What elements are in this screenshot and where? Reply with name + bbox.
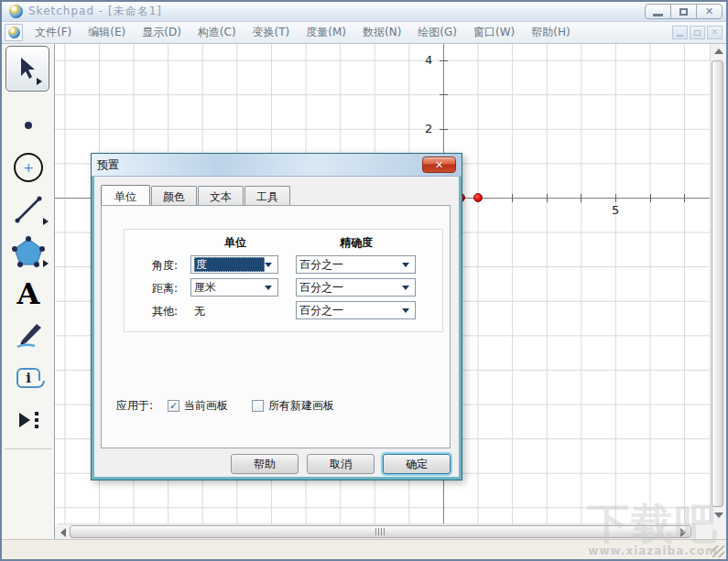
all-new-sketches-checkbox[interactable] bbox=[252, 400, 264, 412]
polygon-tool[interactable] bbox=[2, 231, 55, 273]
checkmark-icon: ✓ bbox=[169, 401, 178, 411]
menu-edit[interactable]: 编辑(E) bbox=[80, 22, 134, 43]
y-axis-tick bbox=[440, 129, 448, 130]
polygon-icon bbox=[12, 235, 45, 268]
precision-column-header: 精确度 bbox=[297, 235, 416, 251]
unit-point[interactable] bbox=[473, 193, 483, 202]
preferences-dialog: 预置 ✕ 单位 颜色 文本 工具 单位 精确度 角度: 度 bbox=[91, 153, 462, 480]
compass-tool[interactable]: + bbox=[2, 146, 55, 189]
dropdown-arrow-icon bbox=[265, 286, 272, 290]
minimize-button[interactable] bbox=[645, 4, 671, 19]
x-axis-tick bbox=[581, 194, 581, 202]
ok-button[interactable]: 确定 bbox=[383, 454, 451, 474]
status-bar bbox=[2, 539, 726, 559]
tool-flyout-icon bbox=[43, 260, 49, 267]
distance-unit-dropdown[interactable]: 厘米 bbox=[190, 278, 278, 297]
mdi-minimize-button[interactable] bbox=[672, 26, 688, 39]
unit-column-header: 单位 bbox=[176, 235, 295, 251]
all-new-sketches-label: 所有新建画板 bbox=[268, 398, 334, 414]
mdi-restore-button[interactable] bbox=[690, 26, 705, 39]
horizontal-scrollbar-thumb[interactable] bbox=[70, 525, 691, 538]
dialog-title-bar[interactable]: 预置 ✕ bbox=[92, 154, 462, 177]
cancel-button[interactable]: 取消 bbox=[307, 454, 375, 474]
custom-tool[interactable] bbox=[2, 399, 55, 441]
x-axis-tick bbox=[650, 194, 651, 202]
scroll-right-icon[interactable] bbox=[680, 528, 686, 537]
angle-row-label: 角度: bbox=[139, 258, 178, 274]
text-tool-icon: A bbox=[17, 276, 40, 311]
y-axis-label-2: 2 bbox=[425, 122, 432, 135]
mdi-restore-icon bbox=[694, 30, 701, 36]
angle-precision-dropdown[interactable]: 百分之一 bbox=[296, 255, 416, 274]
all-new-sketches-option[interactable]: 所有新建画板 bbox=[252, 398, 334, 414]
y-axis-tick bbox=[440, 94, 448, 95]
menu-help[interactable]: 帮助(H) bbox=[523, 22, 578, 43]
y-axis-tick bbox=[440, 60, 448, 61]
point-tool[interactable] bbox=[2, 104, 55, 146]
toolbox: + A bbox=[2, 44, 55, 539]
angle-unit-dropdown[interactable]: 度 bbox=[190, 255, 278, 274]
dropdown-arrow-icon bbox=[402, 308, 409, 313]
x-axis-tick bbox=[512, 194, 513, 202]
mdi-close-button[interactable]: ✕ bbox=[707, 26, 723, 39]
tool-flyout-icon bbox=[43, 218, 49, 225]
menu-data[interactable]: 数据(N) bbox=[354, 22, 409, 43]
menu-construct[interactable]: 构造(C) bbox=[190, 22, 244, 43]
angle-unit-value: 度 bbox=[194, 257, 265, 272]
dialog-body: 单位 颜色 文本 工具 单位 精确度 角度: 度 百分之一 bbox=[94, 177, 459, 477]
menu-file[interactable]: 文件(F) bbox=[27, 22, 80, 43]
dropdown-arrow-icon bbox=[402, 263, 409, 267]
distance-precision-dropdown[interactable]: 百分之一 bbox=[296, 278, 416, 297]
text-tool[interactable]: A bbox=[2, 273, 55, 315]
scrollbar-corner bbox=[708, 523, 724, 539]
menu-bar: 文件(F) 编辑(E) 显示(D) 构造(C) 变换(T) 度量(M) 数据(N… bbox=[2, 22, 726, 44]
selection-arrow-tool[interactable] bbox=[5, 46, 49, 92]
title-bar: Sketchpad - [未命名1] ✕ bbox=[2, 2, 726, 22]
resize-grip-icon[interactable] bbox=[712, 545, 724, 557]
information-tool[interactable]: i bbox=[2, 357, 55, 399]
custom-tool-icon bbox=[19, 412, 38, 428]
other-precision-dropdown[interactable]: 百分之一 bbox=[296, 301, 416, 319]
mdi-close-icon: ✕ bbox=[712, 28, 719, 37]
distance-row-label: 距离: bbox=[139, 281, 178, 297]
marker-tool[interactable] bbox=[2, 315, 55, 357]
close-button[interactable]: ✕ bbox=[696, 4, 723, 19]
dialog-close-icon: ✕ bbox=[435, 159, 443, 171]
current-sketch-option[interactable]: ✓ 当前画板 bbox=[168, 398, 228, 414]
horizontal-scrollbar[interactable] bbox=[57, 523, 708, 539]
scroll-up-icon[interactable] bbox=[714, 49, 723, 54]
maximize-button[interactable] bbox=[670, 4, 697, 19]
menu-window[interactable]: 窗口(W) bbox=[465, 22, 523, 43]
tool-flyout-icon bbox=[37, 78, 42, 85]
angle-precision-value: 百分之一 bbox=[299, 257, 343, 273]
vertical-scrollbar-thumb[interactable] bbox=[712, 60, 723, 507]
dropdown-arrow-icon bbox=[265, 263, 272, 267]
dialog-close-button[interactable]: ✕ bbox=[422, 156, 456, 173]
help-button[interactable]: 帮助 bbox=[231, 454, 299, 474]
units-groupbox: 单位 精确度 角度: 度 百分之一 距离: 厘米 bbox=[124, 229, 443, 332]
apply-to-row: 应用于: ✓ 当前画板 所有新建画板 bbox=[116, 398, 358, 414]
menu-graph[interactable]: 绘图(G) bbox=[409, 22, 465, 43]
dialog-button-row: 帮助 取消 确定 bbox=[94, 454, 459, 474]
close-icon: ✕ bbox=[705, 6, 713, 16]
other-unit-value: 无 bbox=[194, 304, 205, 319]
mdi-system-menu-button[interactable] bbox=[5, 24, 23, 41]
mdi-minimize-icon bbox=[677, 35, 683, 37]
minimize-icon bbox=[653, 14, 663, 16]
menu-transform[interactable]: 变换(T) bbox=[244, 22, 299, 43]
distance-precision-value: 百分之一 bbox=[299, 280, 343, 296]
vertical-scrollbar[interactable] bbox=[710, 44, 724, 523]
straightedge-tool[interactable] bbox=[2, 189, 55, 231]
scroll-down-icon[interactable] bbox=[714, 512, 723, 518]
marker-pen-icon bbox=[13, 320, 44, 351]
point-icon bbox=[25, 122, 32, 129]
units-tab-panel: 单位 精确度 角度: 度 百分之一 距离: 厘米 bbox=[101, 205, 451, 448]
x-axis-tick bbox=[684, 194, 685, 202]
current-sketch-checkbox[interactable]: ✓ bbox=[168, 400, 179, 412]
compass-icon: + bbox=[14, 153, 43, 182]
menu-display[interactable]: 显示(D) bbox=[134, 22, 190, 43]
toolbox-separator bbox=[5, 448, 52, 449]
dropdown-arrow-icon bbox=[402, 286, 409, 290]
scroll-left-icon[interactable] bbox=[60, 528, 66, 537]
menu-measure[interactable]: 度量(M) bbox=[298, 22, 354, 43]
